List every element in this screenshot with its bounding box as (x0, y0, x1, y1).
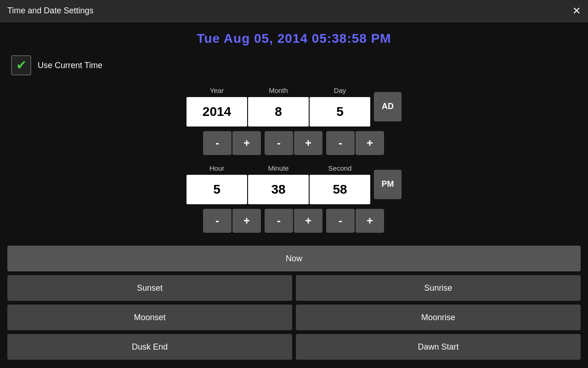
sunset-button[interactable]: Sunset (7, 275, 292, 301)
second-plus-button[interactable]: + (356, 209, 384, 233)
hour-value[interactable]: 5 (187, 175, 247, 204)
month-group: Month 8 (248, 86, 309, 126)
bottom-buttons: Now Sunset Sunrise Moonset Moonrise Dusk… (7, 246, 581, 360)
app: Time and Date Settings ✕ Tue Aug 05, 201… (0, 0, 588, 368)
month-minus-button[interactable]: - (265, 131, 293, 155)
hour-minus-button[interactable]: - (203, 209, 232, 233)
dusk-end-button[interactable]: Dusk End (7, 334, 292, 360)
hour-plus-button[interactable]: + (232, 209, 261, 233)
use-current-time-label: Use Current Time (38, 61, 102, 70)
ampm-badge[interactable]: PM (374, 170, 401, 199)
hour-stepper: - + (202, 209, 262, 233)
close-button[interactable]: ✕ (572, 6, 581, 16)
moonrise-button[interactable]: Moonrise (296, 305, 581, 330)
minute-label: Minute (248, 164, 309, 172)
main-content: Tue Aug 05, 2014 05:38:58 PM ✔ Use Curre… (0, 22, 588, 368)
day-value[interactable]: 5 (310, 97, 370, 126)
year-label: Year (187, 86, 247, 94)
sunrise-button[interactable]: Sunrise (296, 275, 581, 301)
moonset-button[interactable]: Moonset (7, 305, 292, 330)
month-plus-button[interactable]: + (294, 131, 322, 155)
date-labels-row: Year 2014 Month 8 Day 5 AD (187, 86, 401, 126)
datetime-grid: Year 2014 Month 8 Day 5 AD - + (187, 86, 401, 233)
sunset-sunrise-pair: Sunset Sunrise (7, 275, 581, 301)
second-stepper: - + (325, 209, 385, 233)
checkmark-icon: ✔ (16, 59, 27, 72)
era-badge[interactable]: AD (374, 92, 401, 121)
year-minus-button[interactable]: - (203, 131, 232, 155)
second-label: Second (310, 164, 370, 172)
window-title: Time and Date Settings (7, 6, 93, 16)
month-stepper: - + (263, 131, 324, 155)
day-plus-button[interactable]: + (356, 131, 384, 155)
year-group: Year 2014 (187, 86, 247, 126)
second-minus-button[interactable]: - (326, 209, 355, 233)
time-stepper-row: - + - + - + (202, 209, 386, 233)
dusk-dawn-pair: Dusk End Dawn Start (7, 334, 581, 360)
year-value[interactable]: 2014 (187, 97, 247, 126)
hour-group: Hour 5 (187, 164, 247, 204)
minute-plus-button[interactable]: + (294, 209, 322, 233)
second-group: Second 58 (310, 164, 370, 204)
year-stepper: - + (202, 131, 262, 155)
current-time-display: Tue Aug 05, 2014 05:38:58 PM (197, 31, 391, 46)
use-current-time-checkbox[interactable]: ✔ (11, 55, 31, 75)
minute-value[interactable]: 38 (248, 175, 309, 204)
minute-stepper: - + (263, 209, 324, 233)
hour-label: Hour (187, 164, 247, 172)
minute-group: Minute 38 (248, 164, 309, 204)
minute-minus-button[interactable]: - (265, 209, 293, 233)
use-current-time-row: ✔ Use Current Time (11, 55, 102, 75)
now-button[interactable]: Now (7, 246, 581, 271)
dawn-start-button[interactable]: Dawn Start (296, 334, 581, 360)
moonset-moonrise-pair: Moonset Moonrise (7, 305, 581, 330)
month-label: Month (248, 86, 309, 94)
day-group: Day 5 (310, 86, 370, 126)
date-stepper-row: - + - + - + (202, 131, 386, 155)
day-label: Day (310, 86, 370, 94)
month-value[interactable]: 8 (248, 97, 309, 126)
title-bar: Time and Date Settings ✕ (0, 0, 588, 22)
day-minus-button[interactable]: - (326, 131, 355, 155)
time-labels-row: Hour 5 Minute 38 Second 58 PM (187, 164, 401, 204)
year-plus-button[interactable]: + (232, 131, 261, 155)
second-value[interactable]: 58 (310, 175, 370, 204)
day-stepper: - + (325, 131, 385, 155)
